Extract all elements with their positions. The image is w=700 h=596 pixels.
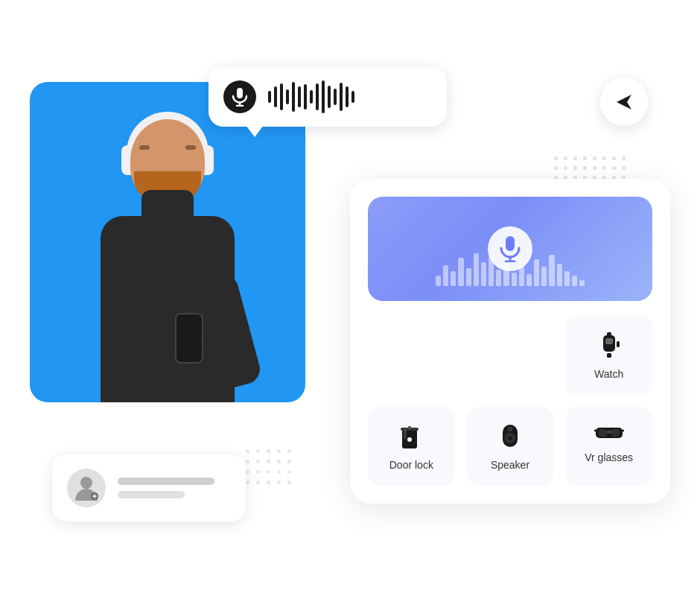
speaker-icon — [497, 422, 524, 450]
svg-rect-14 — [404, 429, 407, 440]
svg-rect-23 — [611, 429, 620, 437]
device-grid: Watch Door lock — [368, 316, 652, 486]
waveform — [268, 80, 354, 113]
svg-rect-24 — [607, 431, 611, 434]
vr-glasses-label: Vr glasses — [585, 451, 633, 463]
user-card — [52, 454, 246, 522]
watch-label: Watch — [594, 368, 623, 380]
dots-pattern-top: const dp = document.currentScript.parent… — [554, 156, 626, 180]
voice-assistant-card[interactable] — [368, 197, 652, 301]
device-card-door-lock[interactable]: Door lock — [368, 407, 455, 486]
svg-rect-0 — [237, 88, 243, 98]
device-card-speaker[interactable]: Speaker — [467, 407, 554, 486]
svg-rect-10 — [617, 341, 620, 347]
svg-point-27 — [80, 477, 92, 489]
control-panel: Watch Door lock — [350, 179, 670, 504]
door-lock-label: Door lock — [389, 459, 433, 471]
phone-device — [175, 313, 203, 364]
svg-rect-22 — [599, 429, 607, 437]
watch-icon — [596, 331, 623, 359]
mic-large-icon — [488, 226, 532, 271]
voice-bubble — [209, 67, 447, 127]
door-lock-icon — [398, 422, 424, 450]
device-card-watch[interactable]: Watch — [565, 316, 652, 395]
person-body — [101, 216, 235, 402]
speaker-label: Speaker — [491, 459, 529, 471]
svg-point-13 — [407, 437, 412, 442]
user-name-line — [118, 478, 214, 485]
svg-rect-3 — [506, 236, 515, 251]
dots-pattern-bottom — [246, 449, 291, 484]
user-avatar — [67, 469, 106, 507]
svg-point-18 — [508, 436, 512, 440]
svg-rect-9 — [607, 353, 611, 358]
person-figure — [71, 104, 264, 402]
photo-card — [30, 82, 305, 402]
vr-glasses-icon — [594, 422, 624, 443]
svg-rect-15 — [408, 426, 411, 429]
svg-point-20 — [509, 428, 511, 431]
user-info — [118, 478, 214, 498]
mic-icon-small — [223, 80, 256, 113]
svg-rect-8 — [607, 332, 611, 337]
device-card-vr-glasses[interactable]: Vr glasses — [565, 407, 652, 486]
main-scene: const dp = document.currentScript.parent… — [30, 37, 670, 559]
svg-rect-7 — [605, 338, 613, 344]
send-button[interactable] — [600, 78, 648, 126]
user-detail-line — [118, 491, 185, 498]
